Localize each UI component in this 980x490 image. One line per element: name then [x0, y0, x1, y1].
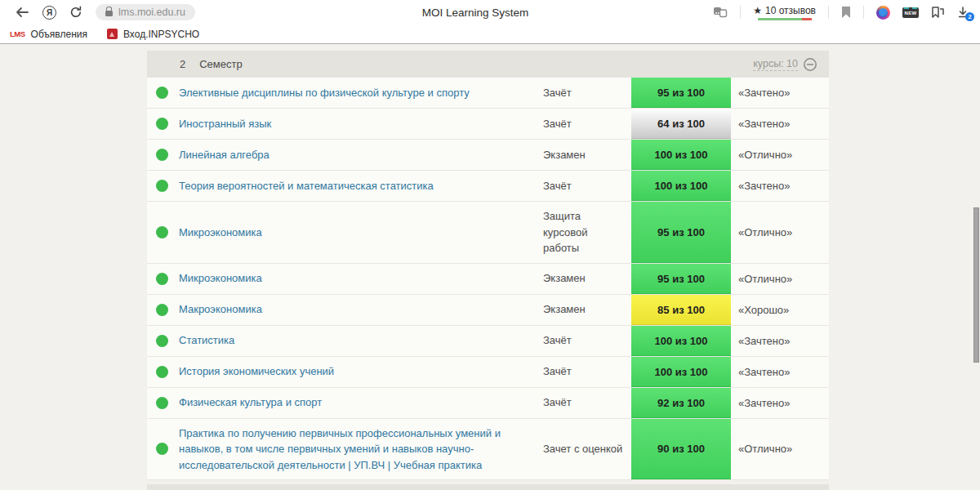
- bookmark-item-lms[interactable]: LMS Объявления: [10, 29, 87, 40]
- course-link[interactable]: Физическая культура и спорт: [179, 388, 543, 417]
- exam-type: Экзамен: [543, 264, 631, 293]
- grade-text: «Зачтено»: [731, 180, 829, 192]
- exam-type: Зачет с оценкой: [543, 434, 631, 464]
- course-link[interactable]: Макроэкономика: [179, 295, 543, 324]
- table-row: Линейная алгебра Экзамен 100 из 100 «Отл…: [147, 140, 829, 171]
- grade-text: «Отлично»: [731, 443, 829, 455]
- course-link[interactable]: История экономических учений: [179, 357, 543, 386]
- course-status-dot: [156, 335, 168, 347]
- divider: [828, 6, 829, 19]
- grade-text: «Хорошо»: [731, 304, 829, 316]
- table-row: Физическая культура и спорт Зачёт 92 из …: [147, 388, 829, 419]
- course-link[interactable]: Теория вероятностей и математическая ста…: [179, 172, 543, 201]
- browser-toolbar: Я lms.moi.edu.ru MOI Learning System ★ 1…: [0, 0, 980, 24]
- exam-type: Экзамен: [543, 140, 631, 170]
- downloads-button[interactable]: 2: [957, 7, 969, 18]
- bookmark-label: Объявления: [31, 29, 87, 40]
- lms-favicon: LMS: [10, 29, 25, 38]
- score-cell: 85 из 100: [631, 295, 731, 325]
- address-bar[interactable]: lms.moi.edu.ru: [96, 4, 195, 20]
- semester-number: 2: [180, 58, 185, 70]
- yandex-button[interactable]: Я: [42, 6, 56, 20]
- score-cell: 92 из 100: [631, 388, 731, 418]
- semester-3-header: 3 Семестр курсы: 10: [147, 484, 829, 490]
- score-cell: 64 из 100: [631, 109, 731, 139]
- downloads-badge: 2: [965, 12, 974, 21]
- exam-type: Зачёт: [543, 109, 631, 139]
- score-cell: 100 из 100: [631, 140, 731, 170]
- exam-type: Зачёт: [543, 172, 631, 201]
- bookmark-item-inpsycho[interactable]: Вход.INPSYCHO: [107, 29, 199, 40]
- semester-2-header: 2 Семестр курсы: 10: [147, 51, 829, 78]
- grade-text: «Зачтено»: [731, 335, 829, 347]
- course-status-dot: [156, 118, 168, 130]
- course-status-dot: [156, 366, 168, 378]
- course-status-dot: [156, 397, 168, 409]
- bookmark-label: Вход.INPSYCHO: [123, 29, 199, 40]
- courses-count-link[interactable]: курсы: 10: [753, 58, 798, 71]
- course-link[interactable]: Иностранный язык: [179, 109, 543, 139]
- collapse-section-icon[interactable]: [803, 57, 817, 72]
- star-icon: ★: [753, 5, 762, 16]
- exam-type: Зачёт: [543, 388, 631, 417]
- course-link[interactable]: Элективные дисциплины по физической куль…: [179, 78, 543, 108]
- course-link[interactable]: Микроэкономика: [179, 264, 543, 293]
- course-link[interactable]: Микроэкономика: [179, 218, 543, 247]
- grade-text: «Зачтено»: [731, 397, 829, 409]
- divider: [863, 6, 864, 19]
- exam-type: Зачёт: [543, 357, 631, 386]
- grade-text: «Зачтено»: [731, 87, 829, 99]
- refresh-button[interactable]: [69, 6, 82, 19]
- table-row: Элективные дисциплины по физической куль…: [147, 78, 829, 109]
- exam-type: Зачёт: [543, 326, 631, 355]
- course-status-dot: [156, 304, 168, 316]
- course-status-dot: [156, 87, 168, 99]
- grade-text: «Зачтено»: [731, 118, 829, 130]
- grade-text: «Зачтено»: [731, 366, 829, 378]
- semester-grades-panel: 2 Семестр курсы: 10 Элективные дисциплин…: [147, 51, 829, 490]
- score-cell: 100 из 100: [631, 171, 731, 201]
- table-row: Иностранный язык Зачёт 64 из 100 «Зачтен…: [147, 109, 829, 140]
- exam-type: Зачёт: [543, 78, 631, 108]
- course-link[interactable]: Практика по получению первичных професси…: [179, 419, 543, 480]
- browser-extension-icon[interactable]: [876, 6, 890, 20]
- grade-text: «Отлично»: [731, 273, 829, 285]
- bookmark-icon[interactable]: [841, 6, 851, 19]
- divider: [740, 6, 741, 19]
- collections-icon[interactable]: [931, 6, 945, 19]
- course-status-dot: [156, 273, 168, 285]
- reviews-count: 10 отзывов: [765, 5, 816, 16]
- table-row: Макроэкономика Экзамен 85 из 100 «Хорошо…: [147, 295, 829, 326]
- video-extension-new-icon[interactable]: NEW: [902, 7, 919, 18]
- score-cell: 90 из 100: [631, 419, 731, 480]
- course-status-dot: [156, 149, 168, 161]
- url-text: lms.moi.edu.ru: [118, 7, 185, 18]
- course-link[interactable]: Статистика: [179, 326, 543, 355]
- reviews-rating-bar: [758, 18, 812, 20]
- bookmarks-bar: LMS Объявления Вход.INPSYCHO: [0, 24, 980, 44]
- table-row: Теория вероятностей и математическая ста…: [147, 171, 829, 202]
- grade-text: «Отлично»: [731, 226, 829, 238]
- page-title: MOI Learning System: [422, 7, 529, 19]
- lock-icon: [105, 11, 113, 16]
- grades-table-body: Элективные дисциплины по физической куль…: [147, 78, 829, 480]
- back-button[interactable]: [15, 7, 29, 18]
- score-cell: 95 из 100: [631, 264, 731, 294]
- exam-type: Защита курсовой работы: [543, 202, 631, 263]
- inpsycho-favicon: [107, 29, 118, 39]
- site-reviews-button[interactable]: ★ 10 отзывов: [753, 5, 816, 20]
- tab-groups-icon[interactable]: [713, 7, 728, 18]
- score-cell: 100 из 100: [631, 357, 731, 387]
- page-body: 2 Семестр курсы: 10 Элективные дисциплин…: [0, 44, 980, 489]
- course-status-dot: [156, 443, 168, 455]
- score-cell: 95 из 100: [631, 202, 731, 263]
- table-row: Практика по получению первичных професси…: [147, 419, 829, 481]
- semester-title: Семестр: [199, 58, 242, 70]
- scrollbar-thumb[interactable]: [973, 207, 979, 363]
- grade-text: «Отлично»: [731, 149, 829, 161]
- course-status-dot: [156, 226, 168, 238]
- course-link[interactable]: Линейная алгебра: [179, 140, 543, 170]
- table-row: Микроэкономика Защита курсовой работы 95…: [147, 202, 829, 264]
- course-status-dot: [156, 180, 168, 192]
- score-cell: 95 из 100: [631, 78, 731, 108]
